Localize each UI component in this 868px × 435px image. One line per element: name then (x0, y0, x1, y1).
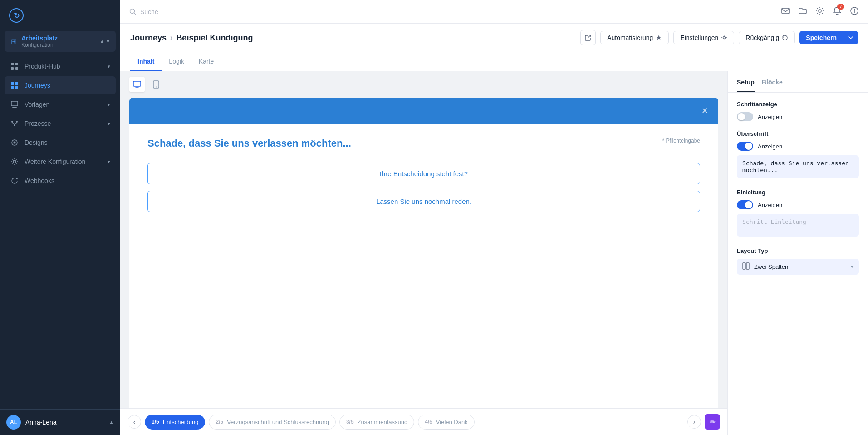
sidebar-footer[interactable]: AL Anna-Lena ▲ (0, 409, 120, 435)
tab-logik[interactable]: Logik (162, 52, 191, 71)
step-edit-button[interactable]: ✏ (705, 414, 720, 430)
sidebar-chevron-produkt-hub: ▾ (108, 64, 110, 69)
svg-line-19 (134, 13, 136, 15)
einleitung-title: Einleitung (737, 189, 859, 196)
notification-icon[interactable]: 7 (833, 6, 842, 17)
svg-point-12 (14, 124, 15, 126)
sidebar-chevron-prozesse: ▾ (108, 121, 110, 127)
sidebar-chevron-weitere-konfiguration: ▾ (108, 159, 110, 165)
canvas-content: Schade, dass Sie uns verlassen möchten..… (129, 124, 718, 408)
sidebar-item-label-vorlagen: Vorlagen (25, 101, 102, 108)
mobile-view-button[interactable] (148, 77, 164, 92)
tabs-bar: Inhalt Logik Karte (120, 52, 868, 71)
save-button[interactable]: Speichern (799, 31, 843, 44)
step-item-1[interactable]: 1/5 Entscheidung (145, 415, 205, 430)
step-item-2[interactable]: 2/5 Verzugsanschrift und Schlussrechnung (209, 415, 335, 430)
layout-title: Layout Typ (737, 247, 859, 254)
tab-karte[interactable]: Karte (191, 52, 221, 71)
panel-section-ueberschrift: Überschrift Anzeigen (737, 130, 859, 180)
panel-tab-bloecke[interactable]: Blöcke (762, 79, 783, 92)
logo: ↻ (0, 0, 120, 31)
svg-rect-1 (15, 63, 18, 65)
sidebar-item-produkt-hub[interactable]: Produkt-Hub ▾ (5, 57, 116, 75)
einleitung-field[interactable] (737, 214, 859, 237)
schrittanzeige-title: Schrittanzeige (737, 101, 859, 108)
step-item-4[interactable]: 4/5 Vielen Dank (418, 415, 475, 430)
sidebar-item-prozesse[interactable]: Prozesse ▾ (5, 114, 116, 133)
search-icon (129, 8, 137, 15)
search-area[interactable]: Suche (129, 8, 774, 15)
einleitung-toggle-knob (745, 201, 752, 208)
step-label-4: Vielen Dank (436, 419, 468, 425)
schrittanzeige-toggle-knob (738, 113, 745, 120)
panel-section-einleitung: Einleitung Anzeigen (737, 189, 859, 238)
tab-inhalt[interactable]: Inhalt (130, 52, 162, 71)
svg-point-25 (723, 37, 726, 39)
svg-point-11 (16, 121, 18, 123)
save-dropdown-button[interactable] (843, 31, 858, 44)
sidebar-item-journeys[interactable]: Journeys (5, 76, 116, 94)
settings-icon[interactable] (815, 6, 824, 17)
svg-point-24 (854, 9, 855, 10)
svg-rect-32 (746, 263, 749, 269)
svg-rect-4 (11, 82, 14, 85)
breadcrumb-root[interactable]: Journeys (130, 33, 167, 43)
panel-content: Schrittanzeige Anzeigen Überschrift (728, 93, 868, 292)
canvas-close-button[interactable]: ✕ (701, 106, 708, 116)
ueberschrift-toggle-knob (745, 143, 752, 150)
svg-rect-26 (133, 81, 141, 86)
workspace-section[interactable]: ⊞ Arbeitsplatz Konfiguration ▲ ▾ (5, 31, 116, 52)
svg-point-10 (11, 121, 13, 123)
einleitung-toggle-row: Anzeigen (737, 200, 859, 209)
panel-tab-setup[interactable]: Setup (737, 79, 755, 92)
desktop-view-button[interactable] (129, 77, 145, 92)
sidebar-item-webhooks[interactable]: Webhooks (5, 172, 116, 190)
ueberschrift-field[interactable] (737, 155, 859, 178)
step-prev-button[interactable]: ‹ (128, 415, 141, 429)
sidebar-item-label-produkt-hub: Produkt-Hub (25, 63, 102, 70)
search-placeholder-text: Suche (140, 8, 158, 15)
canvas-frame: ✕ Schade, dass Sie uns verlassen möchten… (129, 98, 718, 408)
header-actions: Automatisierung Einstellungen Rückgängig… (580, 30, 858, 45)
automation-button[interactable]: Automatisierung (600, 31, 669, 44)
step-label-3: Zusammenfassung (358, 419, 408, 425)
canvas-title: Schade, dass Sie uns verlassen möchten..… (147, 138, 351, 149)
svg-point-16 (14, 142, 16, 144)
sidebar-item-vorlagen[interactable]: Vorlagen ▾ (5, 95, 116, 114)
mail-icon[interactable] (781, 6, 790, 17)
ueberschrift-toggle[interactable] (737, 142, 753, 151)
workspace-grid-icon: ⊞ (11, 37, 17, 46)
schrittanzeige-toggle[interactable] (737, 112, 753, 121)
sidebar-item-label-webhooks: Webhooks (25, 177, 110, 184)
svg-rect-7 (15, 86, 18, 89)
breadcrumb: Journeys › Beispiel Kündigung (130, 33, 253, 43)
layout-select-value: Zwei Spalten (754, 263, 846, 270)
panel-section-schrittanzeige: Schrittanzeige Anzeigen (737, 101, 859, 121)
panel-section-layout: Layout Typ Zwei Spalten ▾ (737, 247, 859, 275)
sidebar-item-weitere-konfiguration[interactable]: Weitere Konfiguration ▾ (5, 153, 116, 171)
footer-chevron-icon: ▲ (109, 420, 114, 425)
external-link-button[interactable] (580, 30, 596, 45)
svg-rect-8 (11, 101, 18, 106)
produkt-hub-icon (10, 62, 19, 71)
step-next-button[interactable]: › (687, 415, 701, 429)
sidebar-item-designs[interactable]: Designs (5, 133, 116, 152)
sidebar-item-label-journeys: Journeys (25, 82, 110, 89)
svg-line-14 (15, 123, 17, 124)
ueberschrift-title: Überschrift (737, 130, 859, 137)
step-item-3[interactable]: 3/5 Zusammenfassung (339, 415, 414, 430)
folder-icon[interactable] (798, 6, 807, 17)
layout-select[interactable]: Zwei Spalten ▾ (737, 259, 859, 275)
einstellungen-button[interactable]: Einstellungen (673, 31, 734, 44)
svg-rect-9 (12, 107, 17, 108)
einleitung-toggle[interactable] (737, 200, 753, 209)
svg-rect-3 (15, 67, 18, 70)
schrittanzeige-toggle-row: Anzeigen (737, 112, 859, 121)
ueberschrift-field-wrapper (737, 155, 859, 180)
canvas-option-2[interactable]: Lassen Sie uns nochmal reden. (147, 191, 700, 212)
step-badge-4: 4/5 (425, 419, 432, 425)
main-content: Suche 7 Journeys › Beispiel K (120, 0, 868, 435)
undo-button[interactable]: Rückgängig (739, 31, 795, 44)
info-icon[interactable] (850, 6, 859, 17)
canvas-option-1[interactable]: Ihre Entscheidung steht fest? (147, 163, 700, 184)
